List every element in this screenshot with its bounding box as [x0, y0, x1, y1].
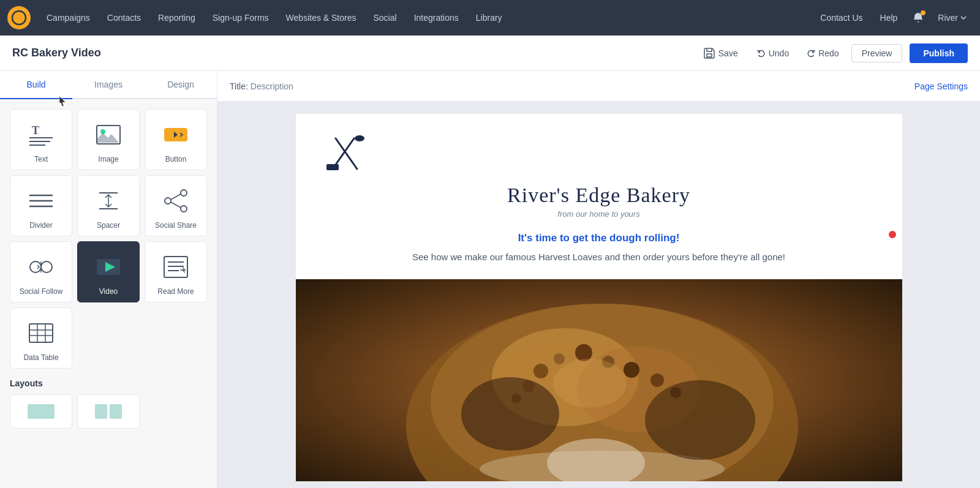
block-text-label: Text [34, 155, 48, 163]
nav-integrations[interactable]: Integrations [407, 9, 466, 26]
svg-point-58 [645, 380, 755, 460]
notifications-bell[interactable] [907, 7, 929, 29]
block-read-more-label: Read More [157, 287, 194, 296]
spacer-icon [93, 186, 124, 216]
svg-line-19 [171, 202, 181, 208]
email-image-section [296, 279, 902, 481]
nav-signup-forms[interactable]: Sign-up Forms [205, 9, 276, 26]
email-canvas: River's Edge Bakery from our home to you… [296, 114, 902, 481]
text-icon: T [26, 119, 56, 150]
block-image-label: Image [98, 155, 118, 163]
block-image[interactable]: Image [77, 109, 140, 170]
block-social-follow-label: Social Follow [20, 287, 63, 296]
block-spacer[interactable]: Spacer [77, 175, 140, 236]
panel-content: T Text [0, 99, 217, 488]
block-social-share-label: Social Share [155, 221, 197, 230]
tab-images[interactable]: Images [72, 71, 145, 99]
right-content: Title: Description Page Settings [217, 71, 980, 488]
svg-point-48 [575, 344, 592, 361]
read-more-icon [160, 252, 191, 282]
svg-line-38 [336, 138, 357, 169]
svg-point-40 [355, 135, 364, 141]
redo-button[interactable]: Redo [801, 45, 843, 62]
svg-rect-36 [110, 404, 122, 419]
undo-button[interactable]: Undo [752, 45, 794, 62]
sub-header: RC Bakery Video Save Undo Redo Preview [0, 36, 980, 71]
block-video-label: Video [99, 287, 118, 296]
block-spacer-label: Spacer [97, 221, 120, 230]
nav-contacts[interactable]: Contacts [100, 9, 148, 26]
tab-build[interactable]: Build [0, 71, 72, 99]
block-text[interactable]: T Text [10, 109, 72, 170]
layouts-label: Layouts [10, 378, 207, 388]
bakery-headline: It's time to get the dough rolling! [518, 232, 680, 244]
nav-reporting[interactable]: Reporting [151, 9, 203, 26]
page-title: RC Bakery Video [12, 47, 101, 59]
svg-text:T: T [32, 124, 39, 137]
nav-websites-stores[interactable]: Websites & Stores [279, 9, 364, 26]
bakery-subtext: See how we make our famous Harvest Loave… [320, 250, 878, 265]
email-header: River's Edge Bakery from our home to you… [296, 114, 902, 279]
svg-point-50 [624, 362, 639, 378]
block-social-share[interactable]: Social Share [145, 175, 207, 236]
block-button[interactable]: Button [145, 109, 207, 170]
svg-point-1 [17, 15, 21, 20]
layout-1col[interactable] [10, 394, 72, 429]
svg-rect-2 [707, 54, 712, 57]
nav-social[interactable]: Social [366, 9, 404, 26]
block-read-more[interactable]: Read More [145, 241, 207, 302]
svg-line-18 [171, 194, 181, 200]
svg-point-46 [533, 364, 548, 378]
svg-rect-29 [29, 324, 53, 342]
block-divider[interactable]: Divider [10, 175, 72, 236]
block-social-follow[interactable]: Social Follow [10, 241, 72, 302]
svg-point-15 [181, 190, 187, 196]
svg-point-59 [553, 359, 627, 408]
logo[interactable] [7, 6, 31, 29]
content-area[interactable]: River's Edge Bakery from our home to you… [217, 102, 980, 488]
data-table-icon [26, 318, 56, 348]
image-icon [93, 119, 124, 150]
button-icon [160, 119, 191, 150]
notification-dot [921, 10, 925, 15]
bakery-name: River's Edge Bakery [320, 184, 878, 207]
svg-point-47 [554, 353, 565, 364]
nav-help[interactable]: Help [873, 9, 905, 26]
page-settings-button[interactable]: Page Settings [914, 81, 968, 91]
layout-2col[interactable] [77, 394, 140, 429]
publish-button[interactable]: Publish [910, 43, 968, 63]
svg-point-17 [165, 198, 171, 204]
bakery-logo [320, 132, 878, 175]
video-icon [93, 252, 124, 282]
divider-icon [26, 186, 56, 216]
panel-tabs: Build Images Design [0, 71, 217, 99]
save-button[interactable]: Save [698, 44, 744, 62]
layouts-grid [10, 394, 207, 429]
svg-point-16 [181, 206, 187, 212]
block-video[interactable]: Video [77, 241, 140, 302]
nav-library[interactable]: Library [469, 9, 510, 26]
title-label: Title: [230, 81, 248, 91]
bread-image [296, 279, 902, 481]
blocks-grid: T Text [10, 109, 207, 369]
nav-campaigns[interactable]: Campaigns [39, 9, 97, 26]
tab-design[interactable]: Design [145, 71, 217, 99]
left-panel: Build Images Design T [0, 71, 217, 488]
red-dot-indicator [889, 231, 896, 238]
nav-contact-us[interactable]: Contact Us [813, 9, 870, 26]
block-data-table[interactable]: Data Table [10, 307, 72, 369]
nav-right-section: Contact Us Help River [813, 7, 973, 29]
user-menu[interactable]: River [932, 9, 973, 26]
svg-point-57 [461, 377, 559, 451]
content-title-bar: Title: Description Page Settings [217, 71, 980, 102]
content-wrapper: River's Edge Bakery from our home to you… [217, 102, 980, 488]
sub-header-actions: Save Undo Redo Preview Publish [698, 43, 968, 63]
top-navigation: Campaigns Contacts Reporting Sign-up For… [0, 0, 980, 36]
bakery-tagline: from our home to yours [320, 209, 878, 219]
preview-button[interactable]: Preview [851, 44, 903, 62]
social-follow-icon [26, 252, 56, 282]
svg-rect-35 [95, 404, 107, 419]
svg-rect-34 [28, 404, 55, 419]
svg-point-21 [41, 261, 52, 272]
social-share-icon [160, 186, 191, 216]
